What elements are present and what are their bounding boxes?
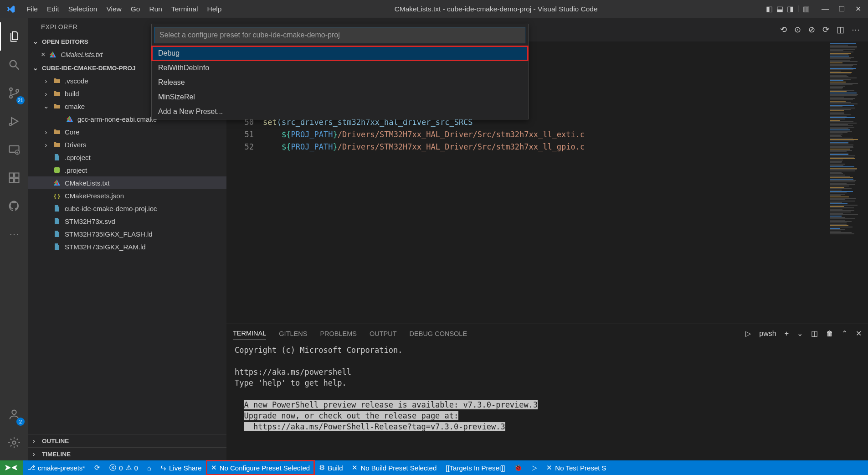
panel-tab-problems[interactable]: PROBLEMS [320, 327, 357, 340]
git-unstaged-icon[interactable]: ⊘ [808, 25, 815, 35]
tree-item[interactable]: ›Drivers [28, 138, 226, 151]
window-maximize-icon[interactable]: ☐ [835, 5, 848, 13]
status-targets[interactable]: [[Targets In Preset]] [441, 460, 509, 475]
activity-source-control[interactable]: 21 [0, 79, 28, 107]
quick-pick-input[interactable]: Select a configure preset for cube-ide-c… [154, 27, 525, 43]
activity-settings[interactable] [0, 429, 28, 457]
git-commit-icon[interactable]: ⊙ [794, 25, 801, 35]
split-editor-icon[interactable]: ◫ [837, 25, 844, 35]
panel: TERMINAL GITLENS PROBLEMS OUTPUT DEBUG C… [226, 324, 868, 460]
menu-terminal[interactable]: Terminal [167, 5, 203, 13]
menu-run[interactable]: Run [144, 5, 166, 13]
layout-panel-right-icon[interactable]: ◨ [787, 5, 794, 13]
kill-terminal-icon[interactable]: 🗑 [826, 330, 833, 338]
status-home[interactable]: ⌂ [143, 460, 156, 475]
tree-item[interactable]: CMakeLists.txt [28, 176, 226, 189]
run-file-icon[interactable]: ⟳ [822, 25, 829, 35]
status-configure-preset[interactable]: ✕ No Configure Preset Selected [206, 460, 314, 475]
activity-more[interactable]: ⋯ [0, 220, 28, 248]
quickpick-item[interactable]: Release [152, 75, 528, 90]
status-remote[interactable]: ⮞⮜ [0, 460, 23, 475]
quickpick-item[interactable]: MinSizeRel [152, 90, 528, 104]
activity-search[interactable] [0, 51, 28, 79]
status-liveshare[interactable]: ⇆ Live Share [156, 460, 206, 475]
terminal-dropdown-icon[interactable]: ⌄ [797, 329, 803, 338]
split-terminal-icon[interactable]: ◫ [811, 329, 818, 338]
menu-help[interactable]: Help [203, 5, 226, 13]
menu-selection[interactable]: Selection [64, 5, 102, 13]
svg-point-12 [12, 410, 16, 414]
file-icon [53, 128, 61, 136]
panel-tab-gitlens[interactable]: GITLENS [279, 327, 307, 340]
activity-remote[interactable] [0, 135, 28, 164]
svg-rect-14 [54, 167, 60, 173]
close-editor-icon[interactable]: × [41, 51, 45, 59]
status-run[interactable]: ▷ [527, 460, 542, 475]
tree-item[interactable]: STM32H735IGKX_FLASH.ld [28, 227, 226, 240]
status-debug[interactable]: 🐞 [509, 460, 527, 475]
tree-item[interactable]: .project [28, 164, 226, 176]
tree-label: .vscode [65, 77, 88, 85]
minimap[interactable] [827, 41, 868, 324]
git-branch-icon: ⎇ [27, 464, 35, 472]
layout-panel-left-icon[interactable]: ◧ [766, 5, 773, 13]
panel-tab-debug-console[interactable]: DEBUG CONSOLE [410, 327, 467, 340]
status-build[interactable]: ⚙ Build [314, 460, 347, 475]
file-icon: { } [53, 191, 61, 200]
scm-badge: 21 [16, 96, 25, 104]
status-problems[interactable]: ⓧ0 ⚠0 [105, 460, 143, 475]
status-test-preset[interactable]: ✕ No Test Preset S [542, 460, 611, 475]
layout-panel-bottom-icon[interactable]: ⬓ [776, 5, 783, 13]
file-icon [53, 204, 61, 212]
terminal-content[interactable]: Copyright (c) Microsoft Corporation. htt… [226, 343, 868, 460]
gear-icon: ⚙ [319, 464, 325, 472]
outline-header[interactable]: › OUTLINE [28, 434, 226, 447]
tree-item[interactable]: cube-ide-cmake-demo-proj.ioc [28, 202, 226, 215]
file-icon [53, 166, 61, 174]
activity-accounts[interactable]: 2 [0, 400, 28, 429]
search-icon [8, 58, 21, 71]
debug-icon [8, 115, 21, 128]
timeline-header[interactable]: › TIMELINE [28, 447, 226, 460]
menu-go[interactable]: Go [126, 5, 145, 13]
menu-file[interactable]: File [22, 5, 42, 13]
panel-tab-terminal[interactable]: TERMINAL [233, 327, 266, 340]
tools-icon: ✕ [211, 464, 217, 472]
quickpick-item[interactable]: Add a New Preset... [152, 104, 528, 119]
tree-item[interactable]: STM32H735IGKX_RAM.ld [28, 240, 226, 253]
window-minimize-icon[interactable]: — [819, 5, 832, 13]
status-sync[interactable]: ⟳ [90, 460, 105, 475]
activity-github[interactable] [0, 192, 28, 220]
new-terminal-icon[interactable]: + [785, 330, 789, 338]
svg-point-5 [10, 124, 12, 126]
window-title: CMakeLists.txt - cube-ide-cmake-demo-pro… [226, 5, 765, 13]
quickpick-item[interactable]: RelWithDebInfo [152, 61, 528, 75]
tree-item[interactable]: { }CMakePresets.json [28, 189, 226, 202]
home-icon: ⌂ [147, 464, 151, 472]
svg-rect-11 [15, 173, 19, 177]
activity-extensions[interactable] [0, 164, 28, 192]
tree-item[interactable]: ›Core [28, 125, 226, 138]
panel-tab-output[interactable]: OUTPUT [370, 327, 397, 340]
terminal-shell-label[interactable]: pwsh [759, 330, 776, 338]
activity-explorer[interactable] [0, 22, 28, 51]
git-compare-icon[interactable]: ⟲ [780, 25, 787, 35]
layout-customize-icon[interactable]: ▥ [803, 5, 810, 13]
maximize-panel-icon[interactable]: ⌃ [842, 329, 847, 338]
window-close-icon[interactable]: ✕ [852, 5, 864, 13]
tree-item[interactable]: .cproject [28, 151, 226, 164]
tree-item[interactable]: STM32H73x.svd [28, 215, 226, 227]
file-icon [53, 102, 61, 110]
menu-view[interactable]: View [102, 5, 126, 13]
close-panel-icon[interactable]: ✕ [856, 329, 862, 338]
status-build-preset[interactable]: ✕ No Build Preset Selected [347, 460, 441, 475]
terminal-launch-icon[interactable]: ▷ [745, 329, 751, 338]
more-actions-icon[interactable]: ⋯ [852, 25, 860, 35]
file-icon [53, 217, 61, 225]
status-branch[interactable]: ⎇ cmake-presets* [23, 460, 90, 475]
file-icon [66, 115, 74, 123]
activity-run-debug[interactable] [0, 107, 28, 135]
remote-window-icon: ⮞⮜ [5, 464, 18, 472]
quickpick-item[interactable]: Debug [152, 46, 528, 61]
menu-edit[interactable]: Edit [42, 5, 64, 13]
